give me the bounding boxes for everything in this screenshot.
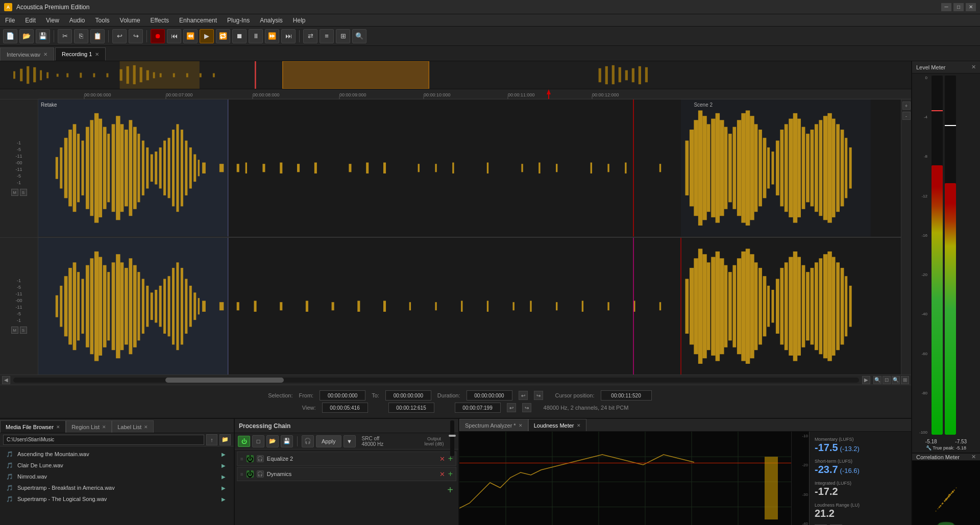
play-file-button[interactable]: ▶ bbox=[219, 461, 228, 469]
pc-new-button[interactable]: □ bbox=[252, 435, 264, 447]
snap-button[interactable]: ⊞ bbox=[336, 29, 350, 43]
close-button[interactable]: ✕ bbox=[966, 3, 976, 11]
effect-add-button[interactable]: + bbox=[448, 469, 453, 479]
fit-button[interactable]: ⊞ bbox=[901, 376, 909, 384]
stop-button[interactable]: ⏹ bbox=[232, 29, 247, 43]
tab-media-file-browser[interactable]: Media File Browser ✕ bbox=[0, 420, 66, 433]
rewind-button[interactable]: ⏪ bbox=[183, 29, 198, 43]
open-button[interactable]: 📂 bbox=[19, 29, 34, 43]
effect-monitor-button[interactable]: 🎧 bbox=[257, 455, 264, 462]
browse-folder-button[interactable]: 📁 bbox=[219, 434, 231, 445]
sel-undo-button[interactable]: ↩ bbox=[519, 391, 528, 400]
view-dur-input[interactable] bbox=[455, 403, 501, 413]
track2-mute[interactable]: M bbox=[11, 327, 18, 334]
scrollbar-track[interactable] bbox=[13, 378, 859, 383]
list-item[interactable]: 🎵Ascending the Mountain.wav ▶ bbox=[0, 448, 234, 460]
fader-thumb[interactable] bbox=[449, 435, 456, 437]
minimize-button[interactable]: ─ bbox=[941, 3, 951, 11]
undo-button[interactable]: ↩ bbox=[112, 29, 127, 43]
add-effect-button[interactable]: + bbox=[447, 484, 453, 496]
list-item[interactable]: 🎵Supertramp - The Logical Song.wav ▶ bbox=[0, 493, 234, 505]
maximize-button[interactable]: □ bbox=[953, 3, 964, 11]
effect-monitor-button[interactable]: 🎧 bbox=[257, 470, 264, 478]
effect-enable-button[interactable]: ⏻ bbox=[247, 470, 254, 478]
zoom-reset-button[interactable]: ⊡ bbox=[883, 376, 891, 384]
scroll-right-button[interactable]: ▶ bbox=[862, 376, 870, 384]
menu-analysis[interactable]: Analysis bbox=[255, 14, 288, 26]
play-file-button[interactable]: ▶ bbox=[219, 472, 228, 481]
file-path-input[interactable] bbox=[3, 435, 204, 445]
pause-button[interactable]: ⏸ bbox=[249, 29, 263, 43]
tab-region-list[interactable]: Region List ✕ bbox=[66, 420, 112, 433]
scrollbar-thumb[interactable] bbox=[165, 378, 284, 383]
effect-drag-handle[interactable]: ≡ bbox=[240, 471, 243, 477]
view-from-input[interactable] bbox=[322, 403, 368, 413]
browse-up-button[interactable]: ↑ bbox=[206, 434, 217, 445]
menu-effects[interactable]: Effects bbox=[145, 14, 174, 26]
new-button[interactable]: 📄 bbox=[3, 29, 17, 43]
tab-interview[interactable]: Interview.wav ✕ bbox=[0, 47, 54, 61]
list-item[interactable]: 🎵Nimrod.wav ▶ bbox=[0, 471, 234, 482]
menu-view[interactable]: View bbox=[41, 14, 64, 26]
effect-remove-button[interactable]: ✕ bbox=[439, 470, 445, 478]
track1-mute[interactable]: M bbox=[11, 189, 18, 196]
scroll-left-button[interactable]: ◀ bbox=[2, 376, 10, 384]
duration-input[interactable] bbox=[467, 390, 512, 401]
menu-help[interactable]: Help bbox=[288, 14, 311, 26]
menu-volume[interactable]: Volume bbox=[115, 14, 145, 26]
track2-waveform[interactable] bbox=[38, 237, 901, 375]
loop-button[interactable]: 🔁 bbox=[216, 29, 230, 43]
play-button[interactable]: ▶ bbox=[200, 29, 214, 43]
tab-region-list-close[interactable]: ✕ bbox=[102, 424, 106, 430]
wrench-icon[interactable]: 🔧 bbox=[926, 445, 932, 451]
cut-button[interactable]: ✂ bbox=[58, 29, 72, 43]
play-file-button[interactable]: ▶ bbox=[219, 450, 228, 458]
record-button[interactable]: ⏺ bbox=[151, 29, 165, 43]
timeline-overview[interactable] bbox=[0, 61, 911, 89]
pc-power-button[interactable]: ⏻ bbox=[238, 436, 250, 447]
play-file-button[interactable]: ▶ bbox=[219, 495, 228, 503]
effect-enable-button[interactable]: ⏻ bbox=[247, 455, 254, 462]
play-file-button[interactable]: ▶ bbox=[219, 484, 228, 492]
list-item[interactable]: 🎵Clair De Lune.wav ▶ bbox=[0, 460, 234, 471]
tab-loudness-close[interactable]: ✕ bbox=[577, 423, 581, 428]
view-undo-button[interactable]: ↩ bbox=[507, 403, 516, 412]
fast-forward-button[interactable]: ⏩ bbox=[265, 29, 279, 43]
menu-enhancement[interactable]: Enhancement bbox=[174, 14, 222, 26]
menu-audio[interactable]: Audio bbox=[64, 14, 90, 26]
view-to-input[interactable] bbox=[388, 403, 434, 413]
menu-tools[interactable]: Tools bbox=[90, 14, 115, 26]
goto-start-button[interactable]: ⏮ bbox=[167, 29, 181, 43]
tab-label-list[interactable]: Label List ✕ bbox=[112, 420, 154, 433]
menu-edit[interactable]: Edit bbox=[20, 14, 41, 26]
zoom-in-track-button[interactable]: + bbox=[902, 102, 911, 110]
copy-button[interactable]: ⎘ bbox=[74, 29, 88, 43]
tab-interview-close[interactable]: ✕ bbox=[43, 52, 47, 57]
goto-end-button[interactable]: ⏭ bbox=[281, 29, 296, 43]
pc-save-button[interactable]: 💾 bbox=[281, 435, 293, 447]
apply-button[interactable]: Apply bbox=[316, 435, 341, 447]
search-button[interactable]: 🔍 bbox=[352, 29, 366, 43]
sel-redo-button[interactable]: ↪ bbox=[534, 391, 543, 400]
zoom-out-track-button[interactable]: - bbox=[902, 112, 911, 120]
menu-plugins[interactable]: Plug-Ins bbox=[222, 14, 255, 26]
tab-media-file-browser-close[interactable]: ✕ bbox=[56, 424, 60, 430]
cursor-input[interactable] bbox=[601, 390, 652, 401]
list-item[interactable]: 🎵Supertramp - Breakfast in America.wav ▶ bbox=[0, 482, 234, 493]
view-redo-button[interactable]: ↪ bbox=[522, 403, 531, 412]
correlation-close[interactable]: ✕ bbox=[971, 454, 976, 460]
redo-button[interactable]: ↪ bbox=[129, 29, 143, 43]
tab-loudness-meter[interactable]: Loudness Meter ✕ bbox=[528, 419, 586, 431]
tab-recording[interactable]: Recording 1 ✕ bbox=[55, 47, 106, 61]
effect-drag-handle[interactable]: ≡ bbox=[240, 456, 243, 462]
save-button[interactable]: 💾 bbox=[36, 29, 50, 43]
to-input[interactable] bbox=[385, 390, 431, 401]
fader-track[interactable] bbox=[450, 420, 454, 456]
from-input[interactable] bbox=[320, 390, 365, 401]
menu-file[interactable]: File bbox=[0, 14, 20, 26]
tab-spectrum-analyzer[interactable]: Spectrum Analyzer * ✕ bbox=[459, 419, 528, 431]
paste-button[interactable]: 📋 bbox=[90, 29, 105, 43]
tab-spectrum-close[interactable]: ✕ bbox=[519, 423, 523, 428]
tab-label-list-close[interactable]: ✕ bbox=[144, 424, 148, 430]
track2-solo[interactable]: S bbox=[20, 327, 27, 334]
